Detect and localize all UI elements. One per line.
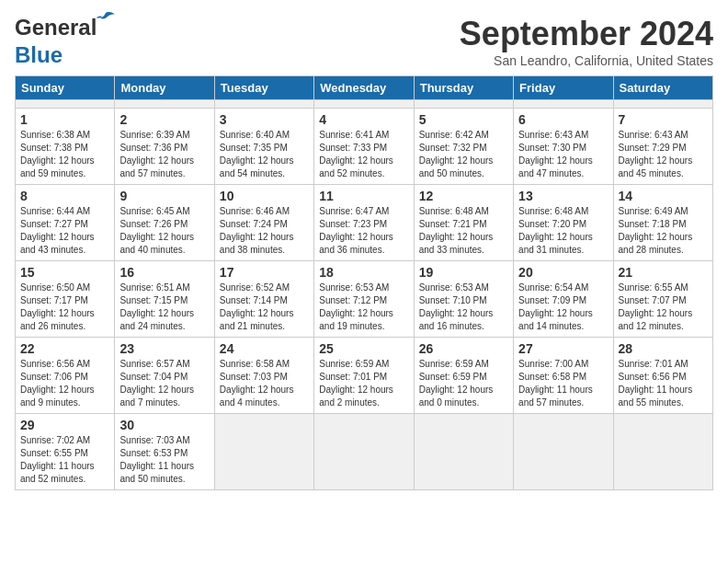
day-number: 27 [518, 341, 608, 356]
day-info: Sunrise: 7:03 AM Sunset: 6:53 PM Dayligh… [119, 434, 209, 486]
month-title: September 2024 [460, 15, 713, 53]
calendar-table: SundayMondayTuesdayWednesdayThursdayFrid… [15, 75, 713, 490]
day-info: Sunrise: 6:58 AM Sunset: 7:03 PM Dayligh… [220, 358, 309, 409]
day-info: Sunrise: 6:44 AM Sunset: 7:27 PM Dayligh… [20, 205, 109, 257]
day-number: 15 [20, 265, 109, 280]
calendar-cell: 28Sunrise: 7:01 AM Sunset: 6:56 PM Dayli… [613, 338, 712, 414]
calendar-cell: 23Sunrise: 6:57 AM Sunset: 7:04 PM Dayli… [115, 338, 214, 414]
day-number: 1 [20, 112, 109, 127]
day-number: 23 [119, 341, 209, 356]
calendar-cell: 10Sunrise: 6:46 AM Sunset: 7:24 PM Dayli… [214, 185, 313, 261]
day-info: Sunrise: 6:59 AM Sunset: 6:59 PM Dayligh… [419, 358, 508, 409]
calendar-cell: 15Sunrise: 6:50 AM Sunset: 7:17 PM Dayli… [16, 261, 115, 338]
location: San Leandro, California, United States [460, 53, 713, 68]
logo: General Blue [15, 15, 97, 68]
title-block: September 2024 San Leandro, California, … [460, 15, 713, 68]
day-info: Sunrise: 6:54 AM Sunset: 7:09 PM Dayligh… [518, 282, 608, 333]
day-number: 22 [20, 341, 109, 356]
day-number: 20 [518, 265, 608, 280]
logo-bird-icon [97, 11, 115, 26]
day-info: Sunrise: 6:59 AM Sunset: 7:01 PM Dayligh… [319, 358, 408, 409]
logo-general: General [15, 15, 97, 40]
day-info: Sunrise: 7:00 AM Sunset: 6:58 PM Dayligh… [518, 358, 608, 409]
calendar-cell [514, 100, 613, 109]
day-number: 11 [319, 189, 408, 203]
day-info: Sunrise: 7:02 AM Sunset: 6:55 PM Dayligh… [20, 434, 109, 486]
day-info: Sunrise: 6:57 AM Sunset: 7:04 PM Dayligh… [119, 358, 209, 409]
col-header-friday: Friday [514, 76, 613, 100]
day-info: Sunrise: 6:43 AM Sunset: 7:30 PM Dayligh… [518, 129, 608, 180]
day-info: Sunrise: 6:53 AM Sunset: 7:12 PM Dayligh… [319, 282, 408, 333]
day-number: 9 [119, 189, 209, 203]
calendar-cell: 16Sunrise: 6:51 AM Sunset: 7:15 PM Dayli… [115, 261, 214, 338]
col-header-tuesday: Tuesday [214, 76, 313, 100]
day-number: 12 [419, 189, 508, 203]
day-info: Sunrise: 6:43 AM Sunset: 7:29 PM Dayligh… [619, 129, 708, 180]
day-number: 28 [619, 341, 708, 356]
calendar-cell [16, 100, 115, 109]
day-number: 21 [619, 265, 708, 280]
calendar-cell: 1Sunrise: 6:38 AM Sunset: 7:38 PM Daylig… [16, 109, 115, 185]
day-info: Sunrise: 6:52 AM Sunset: 7:14 PM Dayligh… [220, 282, 309, 333]
day-number: 16 [119, 265, 209, 280]
calendar-cell: 22Sunrise: 6:56 AM Sunset: 7:06 PM Dayli… [16, 338, 115, 414]
calendar-cell: 24Sunrise: 6:58 AM Sunset: 7:03 PM Dayli… [214, 338, 313, 414]
calendar-cell: 27Sunrise: 7:00 AM Sunset: 6:58 PM Dayli… [514, 338, 613, 414]
calendar-cell [115, 100, 214, 109]
calendar-cell [414, 100, 513, 109]
calendar-cell [613, 100, 712, 109]
col-header-wednesday: Wednesday [314, 76, 414, 100]
calendar-cell: 20Sunrise: 6:54 AM Sunset: 7:09 PM Dayli… [514, 261, 613, 338]
day-info: Sunrise: 6:48 AM Sunset: 7:20 PM Dayligh… [518, 205, 608, 257]
calendar-cell: 12Sunrise: 6:48 AM Sunset: 7:21 PM Dayli… [414, 185, 513, 261]
day-number: 30 [119, 418, 209, 432]
calendar-cell: 7Sunrise: 6:43 AM Sunset: 7:29 PM Daylig… [613, 109, 712, 185]
page-header: General Blue September 2024 San Leandro,… [15, 15, 713, 68]
day-number: 29 [20, 418, 109, 432]
calendar-cell [214, 414, 313, 490]
day-info: Sunrise: 6:53 AM Sunset: 7:10 PM Dayligh… [419, 282, 508, 333]
day-number: 25 [319, 341, 408, 356]
calendar-cell [314, 100, 414, 109]
day-info: Sunrise: 6:56 AM Sunset: 7:06 PM Dayligh… [20, 358, 109, 409]
day-info: Sunrise: 6:45 AM Sunset: 7:26 PM Dayligh… [119, 205, 209, 257]
day-number: 18 [319, 265, 408, 280]
day-number: 4 [319, 112, 408, 127]
calendar-cell: 6Sunrise: 6:43 AM Sunset: 7:30 PM Daylig… [514, 109, 613, 185]
calendar-cell: 29Sunrise: 7:02 AM Sunset: 6:55 PM Dayli… [16, 414, 115, 490]
day-number: 2 [119, 112, 209, 127]
day-number: 24 [220, 341, 309, 356]
calendar-cell [314, 414, 414, 490]
day-info: Sunrise: 6:46 AM Sunset: 7:24 PM Dayligh… [220, 205, 309, 257]
day-info: Sunrise: 6:40 AM Sunset: 7:35 PM Dayligh… [220, 129, 309, 180]
day-info: Sunrise: 6:49 AM Sunset: 7:18 PM Dayligh… [619, 205, 708, 257]
calendar-cell: 18Sunrise: 6:53 AM Sunset: 7:12 PM Dayli… [314, 261, 414, 338]
day-info: Sunrise: 6:41 AM Sunset: 7:33 PM Dayligh… [319, 129, 408, 180]
day-number: 19 [419, 265, 508, 280]
calendar-cell: 30Sunrise: 7:03 AM Sunset: 6:53 PM Dayli… [115, 414, 214, 490]
calendar-cell: 13Sunrise: 6:48 AM Sunset: 7:20 PM Dayli… [514, 185, 613, 261]
calendar-cell [514, 414, 613, 490]
day-info: Sunrise: 6:51 AM Sunset: 7:15 PM Dayligh… [119, 282, 209, 333]
col-header-sunday: Sunday [16, 76, 115, 100]
calendar-cell: 9Sunrise: 6:45 AM Sunset: 7:26 PM Daylig… [115, 185, 214, 261]
day-info: Sunrise: 6:47 AM Sunset: 7:23 PM Dayligh… [319, 205, 408, 257]
calendar-cell: 26Sunrise: 6:59 AM Sunset: 6:59 PM Dayli… [414, 338, 513, 414]
day-number: 5 [419, 112, 508, 127]
day-number: 6 [518, 112, 608, 127]
day-number: 26 [419, 341, 508, 356]
day-info: Sunrise: 6:42 AM Sunset: 7:32 PM Dayligh… [419, 129, 508, 180]
col-header-thursday: Thursday [414, 76, 513, 100]
calendar-cell: 5Sunrise: 6:42 AM Sunset: 7:32 PM Daylig… [414, 109, 513, 185]
col-header-monday: Monday [115, 76, 214, 100]
calendar-cell: 3Sunrise: 6:40 AM Sunset: 7:35 PM Daylig… [214, 109, 313, 185]
calendar-cell: 4Sunrise: 6:41 AM Sunset: 7:33 PM Daylig… [314, 109, 414, 185]
calendar-cell: 8Sunrise: 6:44 AM Sunset: 7:27 PM Daylig… [16, 185, 115, 261]
calendar-cell: 25Sunrise: 6:59 AM Sunset: 7:01 PM Dayli… [314, 338, 414, 414]
calendar-cell [214, 100, 313, 109]
calendar-cell: 17Sunrise: 6:52 AM Sunset: 7:14 PM Dayli… [214, 261, 313, 338]
day-number: 10 [220, 189, 309, 203]
day-info: Sunrise: 6:38 AM Sunset: 7:38 PM Dayligh… [20, 129, 109, 180]
calendar-cell: 21Sunrise: 6:55 AM Sunset: 7:07 PM Dayli… [613, 261, 712, 338]
calendar-cell [414, 414, 513, 490]
